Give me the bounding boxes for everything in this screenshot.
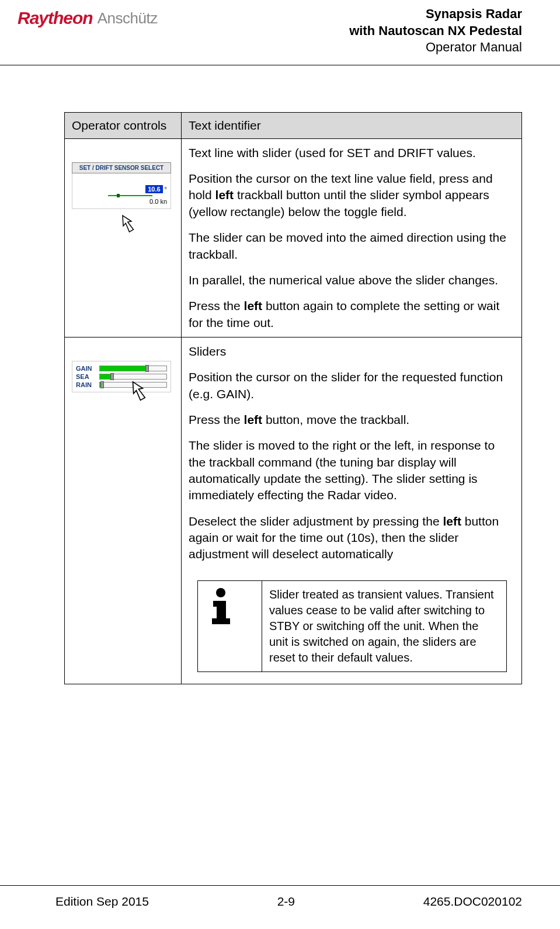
control-description: Sliders Position the cursor on the slide…	[182, 337, 522, 684]
raytheon-logo: Raytheon	[18, 8, 93, 28]
info-note-text: Slider treated as transient values. Tran…	[262, 580, 507, 671]
table-row: GAIN SEA RAIN	[65, 337, 522, 684]
desc-p5: Deselect the slider adjustment by pressi…	[189, 513, 514, 563]
table-row: SET / DRIFT SENSOR SELECT 10.6 ° 0.0 k	[65, 138, 522, 337]
control-image-cell: SET / DRIFT SENSOR SELECT 10.6 ° 0.0 k	[65, 138, 182, 337]
set-value: 10.6	[145, 185, 162, 193]
drift-value: 0.0	[149, 198, 158, 205]
page-footer: Edition Sep 2015 2-9 4265.DOC020102	[0, 885, 560, 909]
svg-marker-1	[128, 379, 147, 401]
svg-point-2	[216, 588, 225, 597]
anschutz-logo: Anschütz	[98, 9, 158, 27]
document-title: Synapsis Radar with Nautoscan NX Pedesta…	[349, 6, 522, 56]
widget-body: 10.6 ° 0.0 kn	[72, 173, 171, 209]
gain-label: GAIN	[76, 365, 96, 372]
rain-label: RAIN	[76, 381, 96, 388]
svg-marker-0	[119, 213, 135, 233]
gain-slider	[99, 366, 167, 371]
desc-p1: Text line with slider (used for SET and …	[189, 145, 514, 161]
control-image-cell: GAIN SEA RAIN	[65, 337, 182, 684]
info-note: Slider treated as transient values. Tran…	[197, 580, 507, 672]
desc-p3: The slider can be moved into the aimed d…	[189, 229, 514, 263]
logo-area: Raytheon Anschütz	[18, 6, 158, 28]
footer-page: 2-9	[277, 895, 295, 909]
title-line-2: with Nautoscan NX Pedestal	[349, 23, 522, 40]
set-drift-widget: SET / DRIFT SENSOR SELECT 10.6 ° 0.0 k	[72, 162, 171, 209]
cursor-icon	[116, 212, 139, 235]
footer-docnum: 4265.DOC020102	[423, 895, 522, 909]
sea-label: SEA	[76, 373, 96, 380]
widget-title: SET / DRIFT SENSOR SELECT	[72, 162, 171, 173]
control-description: Text line with slider (used for SET and …	[182, 138, 522, 337]
desc-p3: Press the left button, move the trackbal…	[189, 412, 514, 428]
set-slider	[108, 194, 152, 197]
desc-p2: Position the cursor on the slider for th…	[189, 369, 514, 402]
set-unit: °	[165, 186, 167, 193]
sliders-widget: GAIN SEA RAIN	[72, 361, 171, 392]
cursor-icon	[125, 378, 151, 404]
title-line-3: Operator Manual	[349, 39, 522, 56]
desc-p2: Position the cursor on the text line val…	[189, 171, 514, 220]
operator-controls-table: Operator controls Text identifier SET / …	[64, 112, 522, 684]
desc-p4: The slider is moved to the right or the …	[189, 437, 514, 503]
svg-rect-5	[212, 618, 230, 624]
desc-p5: Press the left button again to complete …	[189, 298, 514, 331]
svg-rect-4	[217, 601, 226, 621]
info-icon-cell	[198, 580, 262, 671]
drift-unit: kn	[160, 198, 167, 205]
title-line-1: Synapsis Radar	[349, 6, 522, 23]
page-header: Raytheon Anschütz Synapsis Radar with Na…	[0, 0, 560, 65]
desc-p1: Sliders	[189, 343, 514, 360]
desc-p4: In parallel, the numerical value above t…	[189, 272, 514, 288]
table-header-controls: Operator controls	[65, 112, 182, 138]
footer-edition: Edition Sep 2015	[55, 895, 149, 909]
info-icon	[205, 587, 237, 625]
content-area: Operator controls Text identifier SET / …	[0, 65, 560, 684]
table-header-identifier: Text identifier	[182, 112, 522, 138]
